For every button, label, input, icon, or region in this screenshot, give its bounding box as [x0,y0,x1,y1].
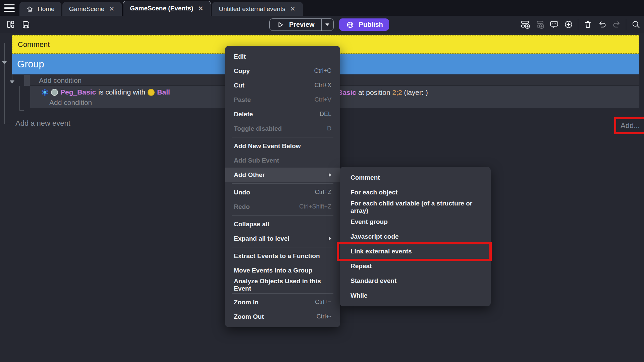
layout-panels-icon[interactable] [5,19,15,29]
comment-text: Comment [12,40,50,49]
trash-icon[interactable] [583,19,593,29]
action-coordinates: 2;2 [392,88,402,97]
group-title: Group [12,59,44,70]
menu-item-javascript-code[interactable]: Javascript code [340,229,491,244]
home-icon [26,5,34,13]
close-icon[interactable]: ✕ [197,5,204,12]
publish-button[interactable]: Publish [339,18,389,31]
add-button-red-annotation: Add... [614,117,644,134]
add-circle-icon[interactable] [564,19,574,29]
menu-item-label: Event group [351,218,388,226]
menu-item-for-each-child-variable-of-a-structure-or-array-[interactable]: For each child variable (of a structure … [340,200,491,215]
menu-item-collapse-all[interactable]: Collapse all [225,217,340,231]
menu-item-delete[interactable]: DeleteDEL [225,107,340,121]
menu-item-standard-event[interactable]: Standard event [340,274,491,288]
menu-item-shortcut: D [327,125,331,132]
menu-item-for-each-object[interactable]: For each object [340,185,491,200]
menu-item-label: Edit [234,53,246,60]
undo-icon[interactable] [597,19,607,29]
menu-item-label: Zoom In [234,299,259,306]
toolbar-left-icons [5,16,31,33]
gdevelop-editor-window: HomeGameScene✕GameScene (Events)✕Untitle… [0,0,644,362]
action-line[interactable]: Basic at position 2;2 (layer: ) [337,87,428,98]
context-menu: EditCopyCtrl+CCutCtrl+XPasteCtrl+VDelete… [225,46,340,327]
condition-object-a: Peg_Basic [60,88,96,96]
add-button[interactable]: Add... [616,121,640,130]
menu-item-label: Zoom Out [234,313,264,320]
submenu-arrow-icon [329,173,331,177]
menu-item-link-external-events[interactable]: Link external events [340,244,491,259]
tab-gamescene[interactable]: GameScene✕ [62,2,122,16]
close-icon[interactable]: ✕ [289,5,296,13]
collapse-arrow-icon[interactable] [2,61,7,64]
event-indent-marker [24,75,30,86]
tab-untitled-external-events[interactable]: Untitled external events✕ [212,2,303,16]
menu-item-expand-all-to-level[interactable]: Expand all to level [225,231,340,246]
tabs: HomeGameScene✕GameScene (Events)✕Untitle… [19,0,304,16]
menu-item-event-group[interactable]: Event group [340,215,491,229]
search-icon[interactable] [631,19,641,29]
menu-item-label: Redo [234,203,250,210]
menu-item-add-sub-event: Add Sub Event [225,153,340,168]
tab-label: Home [38,5,55,13]
menu-item-label: For each child variable (of a structure … [351,200,480,215]
menu-item-zoom-in[interactable]: Zoom InCtrl+= [225,295,340,309]
chevron-down-icon [325,23,329,26]
menu-item-shortcut: DEL [320,111,331,118]
menu-item-edit[interactable]: Edit [225,49,340,64]
toolbar-divider [578,19,578,30]
add-event-icon[interactable] [520,19,530,29]
condition-text: is colliding with [98,88,145,96]
menu-item-label: Analyze Objects Used in this Event [234,278,331,292]
add-new-event-link[interactable]: Add a new event [15,119,70,128]
toolbar-right-icons [520,16,641,33]
physics-behavior-icon [41,88,49,96]
preview-button[interactable]: Preview [270,19,321,31]
menu-item-shortcut: Ctrl+- [317,313,332,320]
add-comment-icon[interactable] [549,19,559,29]
menu-item-while[interactable]: While [340,288,491,303]
menu-item-shortcut: Ctrl+V [314,96,331,103]
menu-item-label: Link external events [351,248,412,255]
menu-item-label: Cut [234,82,245,89]
tab-bar: HomeGameScene✕GameScene (Events)✕Untitle… [0,0,644,16]
redo-icon [611,19,622,29]
menu-item-cut[interactable]: CutCtrl+X [225,78,340,93]
ball-object-thumbnail [148,89,155,96]
add-condition-link[interactable]: Add condition [49,98,92,107]
menu-item-add-new-event-below[interactable]: Add New Event Below [225,139,340,153]
menu-item-add-other[interactable]: Add Other [225,168,340,182]
menu-item-label: Copy [234,67,250,75]
tab-label: GameScene [69,5,105,13]
submenu-arrow-icon [329,237,331,241]
save-icon[interactable] [21,19,31,29]
menu-item-label: Collapse all [234,221,269,228]
menu-item-label: Add Other [234,171,265,179]
menu-item-zoom-out[interactable]: Zoom OutCtrl+- [225,309,340,324]
play-icon [275,20,285,30]
collapse-arrow-icon[interactable] [10,80,14,83]
add-other-submenu: CommentFor each objectFor each child var… [340,167,491,306]
menu-item-repeat[interactable]: Repeat [340,259,491,274]
main-menu-hamburger-icon[interactable] [4,4,15,12]
menu-item-copy[interactable]: CopyCtrl+C [225,64,340,78]
condition-line[interactable]: Peg_Basic is colliding with Ball [41,87,170,97]
close-icon[interactable]: ✕ [108,5,115,13]
menu-item-analyze-objects-used-in-this-event[interactable]: Analyze Objects Used in this Event [225,278,340,292]
toolbar: Preview Publish [0,16,644,33]
menu-item-label: Delete [234,111,253,118]
menu-divider [232,247,333,247]
toolbar-divider [626,19,626,30]
tab-home[interactable]: Home [19,2,61,16]
tab-gamescene-events-[interactable]: GameScene (Events)✕ [123,1,211,16]
menu-item-comment[interactable]: Comment [340,170,491,185]
menu-item-extract-events-to-a-function[interactable]: Extract Events to a Function [225,249,340,263]
preview-dropdown-button[interactable] [321,19,333,31]
menu-item-toggle-disabled: Toggle disabledD [225,121,340,136]
menu-item-undo[interactable]: UndoCtrl+Z [225,185,340,199]
toolbar-center: Preview Publish [269,18,389,31]
tree-rail [19,86,24,111]
menu-divider [232,215,333,216]
menu-item-label: Add New Event Below [234,142,301,150]
menu-item-move-events-into-a-group[interactable]: Move Events into a Group [225,263,340,278]
